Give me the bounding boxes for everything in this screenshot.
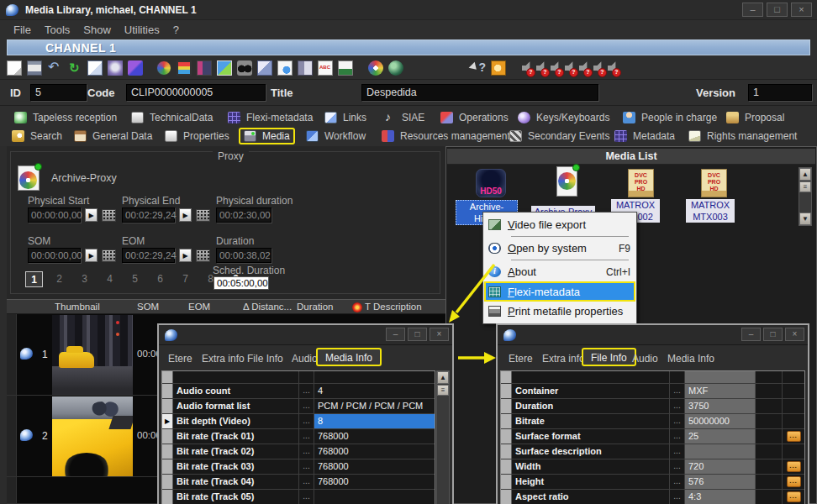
eom-input[interactable]: 00:02:29,24 bbox=[122, 248, 175, 263]
grid-row-bit-rate-track-04[interactable]: Bit rate (Track 04)...768000 bbox=[162, 475, 435, 490]
tab-siae[interactable]: SIAE bbox=[380, 109, 428, 126]
grid-row-aspect-ratio[interactable]: Aspect ratio...4:3... bbox=[501, 490, 804, 504]
segment-page-3[interactable]: 3 bbox=[76, 271, 93, 287]
menu-item-about[interactable]: AboutCtrl+I bbox=[484, 262, 635, 281]
segment-page-5[interactable]: 5 bbox=[126, 271, 144, 287]
archive-proxy-icon[interactable] bbox=[556, 166, 577, 197]
physical-start-input[interactable]: 00:00:00,00 bbox=[28, 207, 81, 223]
minimize-button[interactable]: – bbox=[742, 3, 763, 17]
dvcpro-icon[interactable]: DVC PRO HD bbox=[628, 169, 654, 197]
maximize-button[interactable]: □ bbox=[767, 3, 788, 17]
segment-page-4[interactable]: 4 bbox=[101, 271, 119, 287]
speaker-question-icon[interactable] bbox=[535, 60, 549, 76]
col-eom[interactable]: EOM bbox=[188, 302, 210, 312]
grid-row-audio-count[interactable]: Audio count...4 bbox=[162, 384, 435, 399]
menu-item-open-by-system[interactable]: Open by systemF9 bbox=[484, 239, 635, 258]
export-document-icon[interactable] bbox=[338, 60, 353, 76]
tab-search[interactable]: Search bbox=[8, 128, 66, 144]
grid-row-duration[interactable]: Duration...3750 bbox=[501, 399, 804, 414]
grid-row-surface-format[interactable]: Surface format...25... bbox=[501, 429, 804, 444]
close-button[interactable]: × bbox=[430, 328, 449, 341]
tab-general-data[interactable]: General Data bbox=[71, 128, 155, 144]
tab-properties[interactable]: Properties bbox=[161, 128, 233, 144]
tab-secondary-events[interactable]: Secondary Events bbox=[506, 128, 613, 144]
minimize-button[interactable]: – bbox=[386, 328, 405, 341]
dvcpro-icon[interactable]: DVC PRO HD bbox=[701, 169, 727, 197]
col-distance[interactable]: Δ Distanc... bbox=[243, 302, 292, 312]
version-input[interactable]: 1 bbox=[748, 84, 812, 101]
sched-duration-input[interactable]: 00:05:00,00 bbox=[213, 276, 269, 290]
tab-links[interactable]: Links bbox=[321, 109, 370, 126]
close-button[interactable]: × bbox=[785, 328, 804, 341]
certificate-icon[interactable] bbox=[108, 60, 123, 76]
ellipsis-button[interactable]: ... bbox=[787, 476, 801, 487]
tab-operations[interactable]: Operations bbox=[437, 109, 512, 126]
ellipsis-button[interactable]: ... bbox=[787, 491, 801, 502]
tab-media[interactable]: Media bbox=[239, 128, 295, 144]
scroll-thumb[interactable]: ≡ bbox=[437, 385, 449, 396]
grid-row-bit-rate-track-02[interactable]: Bit rate (Track 02)...768000 bbox=[162, 444, 435, 459]
save-icon[interactable] bbox=[27, 60, 42, 76]
tab-technicaldata[interactable]: TechnicalData bbox=[128, 109, 216, 126]
popup-tab-file-info[interactable]: File Info bbox=[582, 348, 636, 366]
col-description[interactable]: T Description bbox=[365, 302, 422, 312]
tab-flexi-metadata[interactable]: Flexi-metadata bbox=[224, 109, 316, 126]
tab-rights-management[interactable]: Rights management bbox=[685, 128, 800, 144]
popup-tab-audio[interactable]: Audio bbox=[630, 352, 661, 366]
play-button[interactable]: ▶ bbox=[85, 208, 98, 222]
col-som[interactable]: SOM bbox=[137, 302, 159, 312]
media-disc-icon[interactable] bbox=[156, 60, 171, 76]
timecode-grab-icon[interactable] bbox=[196, 249, 210, 262]
timecode-grab-icon[interactable] bbox=[102, 249, 116, 262]
title-input[interactable]: Despedida bbox=[361, 84, 598, 101]
play-button[interactable]: ▶ bbox=[179, 208, 192, 222]
scroll-up-button[interactable]: ▲ bbox=[799, 168, 811, 181]
play-button[interactable]: ▶ bbox=[85, 249, 98, 262]
copy-icon[interactable] bbox=[87, 60, 103, 76]
popup-tab-media-info[interactable]: Media Info bbox=[316, 348, 382, 366]
media-player-icon[interactable] bbox=[368, 60, 383, 76]
popup-tab-file-info[interactable]: File Info bbox=[245, 352, 286, 366]
grid-row-bit-rate-track-01[interactable]: Bit rate (Track 01)...768000 bbox=[162, 429, 435, 444]
audio-clock-icon[interactable] bbox=[491, 60, 506, 76]
cut-clip-icon[interactable] bbox=[197, 60, 212, 76]
menu-item-video-file-export[interactable]: Video file export bbox=[484, 215, 635, 234]
cascade-windows-icon[interactable] bbox=[257, 60, 272, 76]
segment-page-6[interactable]: 6 bbox=[151, 271, 169, 287]
binoculars-search-icon[interactable] bbox=[237, 60, 252, 76]
segment-page-2[interactable]: 2 bbox=[50, 271, 68, 287]
undo-icon[interactable] bbox=[47, 60, 62, 76]
tab-tapeless-reception[interactable]: Tapeless reception bbox=[11, 109, 120, 126]
speaker-question-icon[interactable] bbox=[550, 60, 563, 76]
segment-page-7[interactable]: 7 bbox=[177, 271, 194, 287]
close-button[interactable]: × bbox=[791, 3, 812, 17]
grid-row-height[interactable]: Height...576... bbox=[501, 475, 804, 490]
timecode-grab-icon[interactable] bbox=[102, 209, 116, 222]
col-duration[interactable]: Duration bbox=[297, 302, 333, 312]
scroll-thumb[interactable]: ≡ bbox=[799, 181, 811, 192]
menu-show[interactable]: Show bbox=[76, 22, 118, 38]
clip-thumbnail[interactable] bbox=[52, 315, 133, 395]
speaker-question-icon[interactable] bbox=[521, 60, 535, 76]
code-input[interactable]: CLIP0000000005 bbox=[126, 84, 266, 101]
segment-page-1[interactable]: 1 bbox=[25, 271, 43, 287]
clip-thumbnail[interactable] bbox=[52, 396, 133, 476]
popup-tab-media-info[interactable]: Media Info bbox=[665, 352, 717, 366]
new-document-icon[interactable] bbox=[7, 60, 22, 76]
physical-end-input[interactable]: 00:02:29,24 bbox=[122, 207, 175, 223]
menu-item-flexi-metadata[interactable]: Flexi-metadata bbox=[484, 281, 635, 302]
popup-tab-etere[interactable]: Etere bbox=[506, 352, 535, 366]
scroll-down-button[interactable]: ▼ bbox=[799, 213, 811, 225]
edit-colors-icon[interactable] bbox=[128, 60, 143, 76]
grid-row-width[interactable]: Width...720... bbox=[501, 459, 804, 475]
grid-row-bitrate[interactable]: Bitrate...50000000 bbox=[501, 414, 804, 429]
speaker-question-icon[interactable] bbox=[564, 60, 577, 76]
grid-row-surface-description[interactable]: Surface description... bbox=[501, 444, 804, 459]
grid-row-container[interactable]: Container...MXF bbox=[501, 384, 804, 399]
physical-duration-input[interactable]: 00:02:30,00 bbox=[216, 207, 271, 223]
image-gallery-icon[interactable] bbox=[217, 60, 232, 76]
archive-hires-icon[interactable]: HD50 bbox=[476, 169, 506, 197]
minimize-button[interactable]: – bbox=[741, 328, 761, 341]
tab-workflow[interactable]: Workflow bbox=[303, 128, 369, 144]
duration-input[interactable]: 00:00:38,02 bbox=[216, 248, 271, 263]
